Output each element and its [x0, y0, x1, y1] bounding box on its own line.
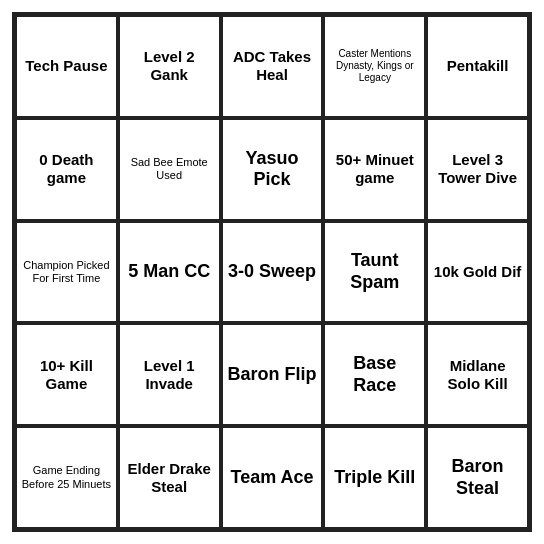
bingo-cell-r2c4: 10k Gold Dif: [426, 221, 529, 324]
bingo-cell-r2c2: 3-0 Sweep: [221, 221, 324, 324]
bingo-cell-r4c0: Game Ending Before 25 Minuets: [15, 426, 118, 529]
bingo-cell-r4c2: Team Ace: [221, 426, 324, 529]
bingo-cell-r0c3: Caster Mentions Dynasty, Kings or Legacy: [323, 15, 426, 118]
bingo-cell-r3c0: 10+ Kill Game: [15, 323, 118, 426]
bingo-cell-r0c4: Pentakill: [426, 15, 529, 118]
bingo-cell-r4c4: Baron Steal: [426, 426, 529, 529]
bingo-cell-r2c1: 5 Man CC: [118, 221, 221, 324]
bingo-board: Tech PauseLevel 2 GankADC Takes HealCast…: [12, 12, 532, 532]
bingo-cell-r4c1: Elder Drake Steal: [118, 426, 221, 529]
bingo-cell-r3c1: Level 1 Invade: [118, 323, 221, 426]
bingo-cell-r3c3: Base Race: [323, 323, 426, 426]
bingo-cell-r1c4: Level 3 Tower Dive: [426, 118, 529, 221]
bingo-cell-r4c3: Triple Kill: [323, 426, 426, 529]
bingo-cell-r1c2: Yasuo Pick: [221, 118, 324, 221]
bingo-cell-r0c2: ADC Takes Heal: [221, 15, 324, 118]
bingo-cell-r3c2: Baron Flip: [221, 323, 324, 426]
bingo-cell-r1c0: 0 Death game: [15, 118, 118, 221]
bingo-cell-r2c3: Taunt Spam: [323, 221, 426, 324]
bingo-cell-r3c4: Midlane Solo Kill: [426, 323, 529, 426]
bingo-cell-r0c0: Tech Pause: [15, 15, 118, 118]
bingo-cell-r2c0: Champion Picked For First Time: [15, 221, 118, 324]
bingo-cell-r1c1: Sad Bee Emote Used: [118, 118, 221, 221]
bingo-cell-r0c1: Level 2 Gank: [118, 15, 221, 118]
bingo-cell-r1c3: 50+ Minuet game: [323, 118, 426, 221]
